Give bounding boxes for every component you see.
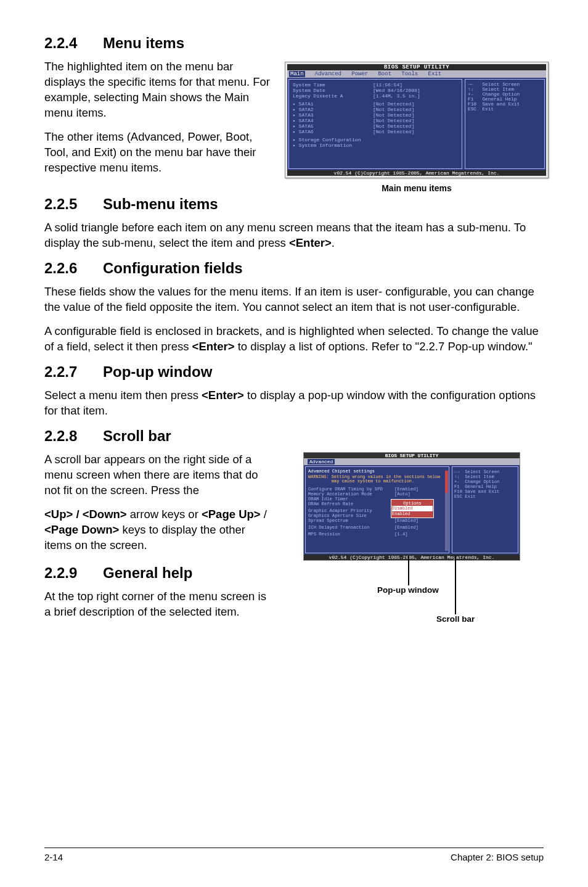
bios1-row-val: [Not Detected] xyxy=(373,123,414,129)
bios2-row-label: Spread Spectrum xyxy=(308,518,394,523)
bios1-menu-main: Main xyxy=(289,71,305,77)
heading-228-num: 2.2.8 xyxy=(44,427,103,445)
bios1-menu-advanced: Advanced xyxy=(315,71,341,77)
heading-224: 2.2.4Menu items xyxy=(44,35,544,52)
bios2-menubar: Advanced xyxy=(304,458,520,465)
bios1-row-label: System Date xyxy=(293,88,373,93)
heading-224-num: 2.2.4 xyxy=(44,35,103,52)
footer-chapter: Chapter 2: BIOS setup xyxy=(451,852,544,862)
heading-225-title: Sub-menu items xyxy=(103,196,218,212)
bios1-row-label: ▸ System Information xyxy=(293,142,373,148)
bios1-help-pane: →← Select Screen ↑↓ Select Item +- Chang… xyxy=(465,79,545,169)
bios2-row-val: [Enabled] xyxy=(394,518,419,523)
bios2-scrollthumb xyxy=(445,471,448,493)
para-config-1: These fields show the values for the men… xyxy=(44,284,544,315)
bios2-row-val: [1.4] xyxy=(394,532,408,537)
page-footer: 2-14 Chapter 2: BIOS setup xyxy=(44,848,544,862)
bios2-row-val: [Enabled] xyxy=(394,487,419,492)
bios2-row-label: Graphics Aperture Size xyxy=(308,513,394,518)
popup-item: Enabled xyxy=(392,511,410,516)
bios2-help-pane: ←→ Select Screen ↑↓ Select Item +- Chang… xyxy=(452,466,518,553)
bios1-row-label: ▸ SATA1 xyxy=(293,101,373,107)
bios2-row-label: DRAm Refresh Rate xyxy=(308,501,394,506)
heading-228: 2.2.8Scroll bar xyxy=(44,427,544,445)
footer-page-number: 2-14 xyxy=(44,852,63,862)
bios-screenshot-advanced: BIOS SETUP UTILITY Advanced Advanced Chi… xyxy=(303,452,520,561)
bios2-row-label: DRAM Idle Timer xyxy=(308,497,394,501)
bios1-row-label: ▸ SATA5 xyxy=(293,123,373,129)
para-config-2: A configurable field is enclosed in brac… xyxy=(44,324,544,355)
bios1-left-pane: System Time[11:56:54] System Date[Wed 04… xyxy=(288,79,462,169)
bios1-row-val: [Not Detected] xyxy=(373,118,414,123)
heading-226: 2.2.6Configuration fields xyxy=(44,260,544,277)
bios1-caption: Main menu items xyxy=(285,183,549,193)
bios1-row-label: System Time xyxy=(293,82,373,88)
bios1-row-label: ▸ Storage Configuration xyxy=(293,137,373,142)
bios2-row-label: Graphic Adapter Priority xyxy=(308,508,394,513)
para-popup: Select a menu item then press <Enter> to… xyxy=(44,388,544,419)
para-help: At the top right corner of the menu scre… xyxy=(44,589,272,620)
bios2-warning: WARNING: Setting wrong values in the sec… xyxy=(308,475,446,484)
bios-screenshot-main: BIOS SETUP UTILITY Main Advanced Power B… xyxy=(285,62,549,178)
popup-item-selected: Disabled xyxy=(392,506,433,511)
heading-228-title: Scroll bar xyxy=(103,427,171,444)
scroll-label: Scroll bar xyxy=(436,614,475,624)
heading-227-num: 2.2.7 xyxy=(44,363,103,381)
heading-229-title: General help xyxy=(103,564,192,581)
callout-line-scroll xyxy=(455,556,456,614)
bios1-row-val: [Not Detected] xyxy=(373,112,414,118)
heading-225-num: 2.2.5 xyxy=(44,196,103,213)
heading-227: 2.2.7Pop-up window xyxy=(44,363,544,381)
bios1-row-label: ▸ SATA3 xyxy=(293,112,373,118)
para-submenu: A solid triangle before each item on any… xyxy=(44,220,544,251)
bios2-row-label: ICH Delayed Transaction xyxy=(308,525,394,530)
heading-229-num: 2.2.9 xyxy=(44,564,103,582)
bios2-heading: Advanced Chipset settings xyxy=(308,469,446,474)
bios2-scrollbar xyxy=(445,471,448,551)
heading-226-title: Configuration fields xyxy=(103,260,243,276)
bios2-row-label: MPS Revision xyxy=(308,532,394,537)
bios2-left-pane: Advanced Chipset settings WARNING: Setti… xyxy=(305,466,449,553)
bios1-row-val: [Not Detected] xyxy=(373,101,414,107)
heading-226-num: 2.2.6 xyxy=(44,260,103,277)
bios1-menu-exit: Exit xyxy=(428,71,441,77)
para-scroll-2: <Up> / <Down> arrow keys or <Page Up> / … xyxy=(44,507,272,553)
bios1-row-label: ▸ SATA4 xyxy=(293,118,373,123)
bios1-row-val: [Wed 04/16/2008] xyxy=(373,88,420,93)
bios1-row-val: [Not Detected] xyxy=(373,107,414,112)
bios2-row-label: Configure DRAM Timing by SPD xyxy=(308,487,394,492)
heading-225: 2.2.5Sub-menu items xyxy=(44,196,544,213)
para-menu-items-2: The other items (Advanced, Power, Boot, … xyxy=(44,130,272,176)
bios2-row-val: [Auto] xyxy=(394,492,410,497)
bios2-row-label: Memory Acceleration Mode xyxy=(308,492,394,497)
popup-label: Pop-up window xyxy=(377,585,439,595)
bios2-popup: Options Disabled Enabled xyxy=(391,499,434,518)
bios2-footer: v02.54 (C)Copyright 1985-2005, American … xyxy=(304,555,520,560)
heading-227-title: Pop-up window xyxy=(103,363,212,380)
bios1-row-label: ▸ SATA2 xyxy=(293,107,373,112)
bios2-title: BIOS SETUP UTILITY xyxy=(304,453,520,458)
para-scroll-1: A scroll bar appears on the right side o… xyxy=(44,452,272,498)
bios1-title: BIOS SETUP UTILITY xyxy=(287,64,546,70)
bios1-row-val: [1.44M, 3.5 in.] xyxy=(373,93,420,99)
bios1-menu-tools: Tools xyxy=(401,71,418,77)
bios1-row-val: [11:56:54] xyxy=(373,82,402,88)
bios1-row-label: Legacy Diskette A xyxy=(293,93,373,99)
popup-title: Options xyxy=(392,501,433,506)
bios1-menu-power: Power xyxy=(351,71,368,77)
bios1-row-label: ▸ SATA6 xyxy=(293,129,373,134)
bios2-row-val: [Enabled] xyxy=(394,525,419,530)
bios1-row-val: [Not Detected] xyxy=(373,129,414,134)
heading-224-title: Menu items xyxy=(103,35,184,51)
bios2-menu-advanced: Advanced xyxy=(308,459,335,464)
para-menu-items-1: The highlighted item on the menu bar dis… xyxy=(44,59,272,121)
bios1-menu-boot: Boot xyxy=(378,71,391,77)
bios1-footer: v02.54 (C)Copyright 1985-2005, American … xyxy=(287,170,546,176)
bios1-menubar: Main Advanced Power Boot Tools Exit xyxy=(287,70,546,78)
heading-229: 2.2.9General help xyxy=(44,564,272,582)
callout-line-popup xyxy=(408,556,409,585)
